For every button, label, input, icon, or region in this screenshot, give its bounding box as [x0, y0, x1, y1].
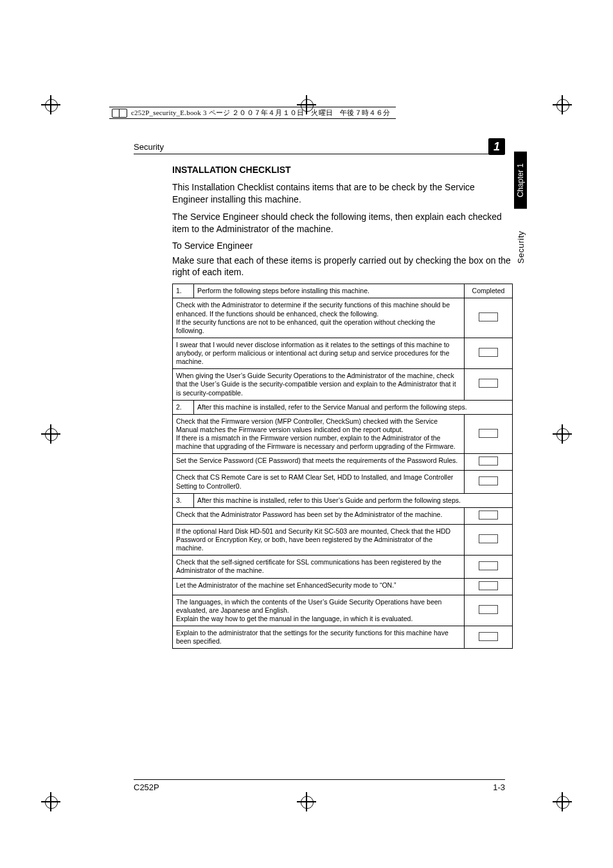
crop-mark-bottom-left — [40, 791, 62, 813]
registration-mark-left — [40, 423, 62, 445]
checklist-row-text: If the optional Hard Disk HD-501 and Sec… — [173, 524, 465, 555]
checkbox-icon[interactable] — [479, 348, 498, 357]
checklist-checkbox-cell — [465, 338, 513, 368]
checkbox-icon[interactable] — [479, 534, 498, 543]
checklist-checkbox-cell — [465, 578, 513, 595]
page-footer: C252P 1-3 — [134, 779, 505, 792]
checklist-checkbox-cell — [465, 414, 513, 454]
side-tab-section: Security — [516, 231, 526, 264]
checkbox-icon[interactable] — [479, 511, 498, 520]
checklist-row-text: When giving the User’s Guide Security Op… — [173, 369, 465, 400]
running-section-title: Security — [134, 142, 164, 152]
checklist-row-text: Check that the self-signed certificate f… — [173, 556, 465, 578]
checklist-checkbox-cell — [465, 524, 513, 555]
checklist-row-text: After this machine is installed, refer t… — [194, 493, 513, 507]
checkbox-icon[interactable] — [479, 632, 498, 641]
checkbox-icon[interactable] — [479, 561, 498, 570]
checklist-row-num: 2. — [173, 400, 194, 414]
instruction-paragraph: Make sure that each of these items is pr… — [172, 255, 513, 279]
crop-mark-bottom-right — [551, 791, 573, 813]
page-heading: INSTALLATION CHECKLIST — [172, 165, 513, 175]
checklist-row-text: Let the Administrator of the machine set… — [173, 578, 465, 595]
registration-mark-bottom — [296, 791, 317, 813]
checklist-checkbox-cell — [465, 298, 513, 338]
checkbox-icon[interactable] — [479, 379, 498, 388]
checklist-row-text: Check that the Administrator Password ha… — [173, 507, 465, 524]
checklist-row-text: Check that the Firmware version (MFP Con… — [173, 414, 465, 454]
checkbox-icon[interactable] — [479, 429, 498, 438]
body-column: INSTALLATION CHECKLIST This Installation… — [172, 165, 513, 649]
checklist-checkbox-cell — [465, 471, 513, 493]
checkbox-icon[interactable] — [479, 581, 498, 590]
side-tab: Chapter 1 Security — [510, 152, 531, 264]
side-tab-chapter: Chapter 1 — [514, 152, 527, 209]
checklist-table: 1. Perform the following steps before in… — [172, 284, 513, 649]
crop-mark-top-left — [40, 94, 62, 116]
checklist-checkbox-cell — [465, 369, 513, 400]
crop-mark-top-right — [551, 94, 573, 116]
running-header: Security 1 — [134, 135, 505, 154]
book-icon — [112, 109, 127, 118]
file-trace-text: c252P_security_E.book 3 ページ ２００７年４月１０日 火… — [131, 108, 391, 118]
checklist-checkbox-cell — [465, 556, 513, 578]
checklist-row-text: Perform the following steps before insta… — [194, 284, 465, 298]
footer-page-number: 1-3 — [493, 782, 505, 792]
checklist-checkbox-cell — [465, 507, 513, 524]
checklist-checkbox-cell — [465, 626, 513, 649]
intro-paragraph-2: The Service Engineer should check the fo… — [172, 211, 513, 235]
checklist-row-text: After this machine is installed, refer t… — [194, 400, 513, 414]
checklist-row-num: 3. — [173, 493, 194, 507]
to-service-engineer-line: To Service Engineer — [172, 240, 513, 251]
checklist-row-text: Check with the Administrator to determin… — [173, 298, 465, 338]
file-trace-header: c252P_security_E.book 3 ページ ２００７年４月１０日 火… — [109, 107, 396, 119]
checkbox-icon[interactable] — [479, 605, 498, 614]
checklist-row-text: Check that CS Remote Care is set to RAM … — [173, 471, 465, 493]
checkbox-icon[interactable] — [479, 457, 498, 466]
checklist-row-text: Explain to the administrator that the se… — [173, 626, 465, 649]
checklist-row-text: I swear that I would never disclose info… — [173, 338, 465, 368]
registration-mark-right — [551, 423, 573, 445]
checklist-checkbox-cell — [465, 595, 513, 626]
page-root: c252P_security_E.book 3 ページ ２００７年４月１０日 火… — [0, 0, 613, 868]
checklist-row-text: Set the Service Password (CE Password) t… — [173, 454, 465, 471]
footer-model: C252P — [134, 782, 159, 792]
checkbox-icon[interactable] — [479, 312, 498, 321]
checklist-row-text: The languages, in which the contents of … — [173, 595, 465, 626]
chapter-number-badge: 1 — [488, 138, 505, 155]
intro-paragraph-1: This Installation Checklist contains ite… — [172, 181, 513, 206]
checklist-checkbox-cell — [465, 454, 513, 471]
checkbox-icon[interactable] — [479, 476, 498, 485]
completed-header: Completed — [465, 284, 513, 298]
checklist-row-num: 1. — [173, 284, 194, 298]
